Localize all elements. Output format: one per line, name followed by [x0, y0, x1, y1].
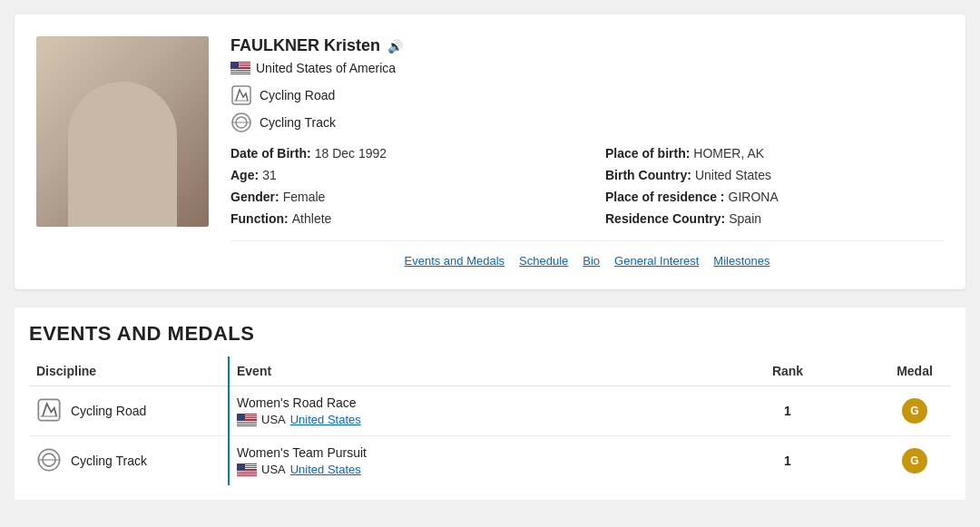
nav-link-events[interactable]: Events and Medals: [405, 254, 505, 268]
nav-link-schedule[interactable]: Schedule: [519, 254, 568, 268]
details-grid: Date of Birth: 18 Dec 1992 Place of birt…: [230, 146, 944, 226]
function-label: Function:: [230, 211, 289, 226]
residence-country-label: Residence Country:: [605, 211, 725, 226]
function-item: Function: Athlete: [230, 211, 569, 226]
dob-item: Date of Birth: 18 Dec 1992: [230, 146, 569, 161]
function-value: Athlete: [292, 211, 332, 226]
dob-label: Date of Birth:: [230, 146, 311, 161]
sport-road-row: Cycling Road: [230, 84, 944, 106]
event-country-code: USA: [261, 413, 286, 426]
birth-country-value: United States: [695, 168, 771, 182]
pob-item: Place of birth: HOMER, AK: [605, 146, 944, 161]
country-row: United States of America: [230, 61, 944, 75]
medal-cell: G: [878, 386, 951, 436]
page-wrapper: FAULKNER Kristen 🔊 United States of Amer…: [0, 0, 980, 514]
athlete-name: FAULKNER Kristen 🔊: [230, 36, 944, 55]
speaker-icon[interactable]: 🔊: [387, 39, 403, 54]
cycling-road-table-icon: [36, 397, 62, 425]
cycling-road-label: Cycling Road: [260, 88, 335, 102]
medal-badge: G: [902, 448, 927, 473]
table-row: Cycling TrackWomen's Team PursuitUSA Uni…: [29, 436, 951, 486]
residence-value: GIRONA: [729, 190, 779, 204]
athlete-photo: [36, 36, 209, 227]
discipline-cell: Cycling Track: [29, 436, 229, 486]
medal-cell: G: [878, 436, 951, 486]
table-row: Cycling RoadWomen's Road RaceUSA United …: [29, 386, 951, 436]
events-section: EVENTS AND MEDALS Discipline Event Rank …: [15, 307, 965, 500]
pob-label: Place of birth:: [605, 146, 690, 161]
age-label: Age:: [230, 168, 259, 182]
cycling-track-label: Cycling Track: [260, 115, 336, 130]
rank-cell: 1: [697, 386, 878, 436]
discipline-label: Cycling Track: [71, 454, 147, 468]
event-flag: [237, 464, 257, 476]
col-discipline: Discipline: [29, 356, 229, 386]
table-header-row: Discipline Event Rank Medal: [29, 356, 951, 386]
pob-value: HOMER, AK: [693, 146, 764, 161]
nav-links: Events and Medals Schedule Bio General I…: [230, 240, 944, 268]
svg-rect-0: [232, 86, 250, 104]
cycling-road-icon: [230, 84, 252, 106]
event-cell: Women's Team PursuitUSA United States: [229, 436, 697, 486]
col-medal: Medal: [878, 356, 951, 386]
gender-value: Female: [283, 190, 326, 204]
event-name: Women's Team Pursuit: [237, 445, 690, 460]
residence-country-item: Residence Country: Spain: [605, 211, 944, 226]
rank-cell: 1: [697, 436, 878, 486]
event-country-link[interactable]: United States: [290, 463, 361, 476]
birth-country-item: Birth Country: United States: [605, 168, 944, 182]
flag-usa: [230, 62, 250, 74]
event-cell: Women's Road RaceUSA United States: [229, 386, 697, 436]
discipline-label: Cycling Road: [71, 404, 146, 418]
profile-info: FAULKNER Kristen 🔊 United States of Amer…: [230, 36, 944, 268]
discipline-cell: Cycling Road: [29, 386, 229, 436]
svg-rect-5: [38, 399, 59, 420]
gender-item: Gender: Female: [230, 190, 569, 204]
age-value: 31: [262, 168, 277, 182]
nav-link-bio[interactable]: Bio: [583, 254, 600, 268]
residence-country-value: Spain: [729, 211, 761, 226]
residence-label: Place of residence :: [605, 190, 725, 204]
nav-link-general[interactable]: General Interest: [614, 254, 699, 268]
nav-link-milestones[interactable]: Milestones: [713, 254, 769, 268]
section-title: EVENTS AND MEDALS: [29, 307, 951, 356]
event-flag: [237, 414, 257, 426]
dob-value: 18 Dec 1992: [315, 146, 387, 161]
cycling-track-icon: [230, 112, 252, 133]
cycling-track-table-icon: [36, 447, 62, 475]
athlete-name-text: FAULKNER Kristen: [230, 36, 380, 55]
event-name: Women's Road Race: [237, 395, 690, 410]
country-name: United States of America: [256, 61, 396, 75]
birth-country-label: Birth Country:: [605, 168, 691, 182]
event-country-link[interactable]: United States: [290, 413, 361, 426]
profile-card: FAULKNER Kristen 🔊 United States of Amer…: [15, 15, 965, 289]
medal-badge: G: [902, 398, 927, 424]
sport-track-row: Cycling Track: [230, 112, 944, 133]
event-country-code: USA: [261, 463, 286, 476]
residence-item: Place of residence : GIRONA: [605, 190, 944, 204]
age-item: Age: 31: [230, 168, 569, 182]
col-event: Event: [229, 356, 697, 386]
col-rank: Rank: [697, 356, 878, 386]
events-table: Discipline Event Rank Medal Cycling Road…: [29, 356, 951, 485]
gender-label: Gender:: [230, 190, 279, 204]
